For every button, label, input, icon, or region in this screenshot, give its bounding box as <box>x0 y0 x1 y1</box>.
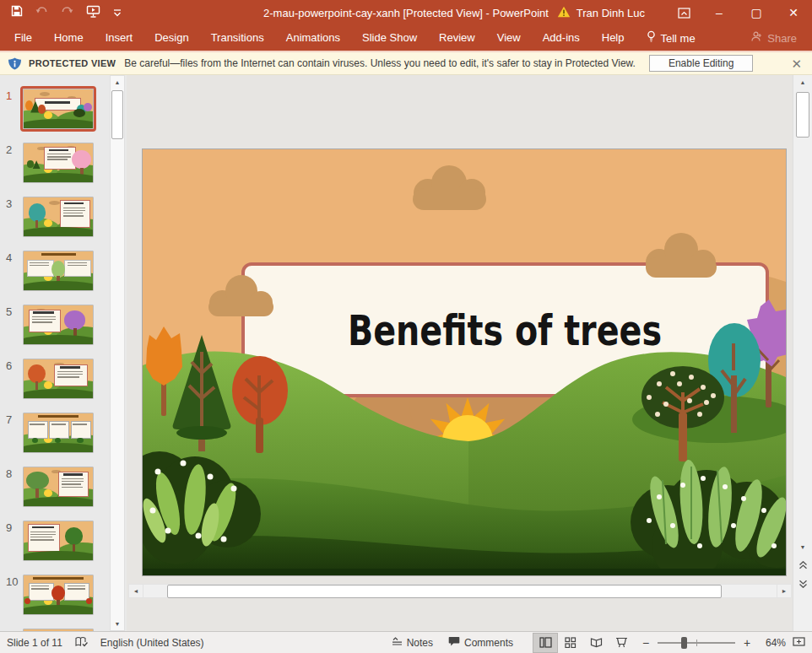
shield-icon <box>8 57 21 70</box>
lightbulb-icon <box>647 30 656 46</box>
view-slide-sorter-button[interactable] <box>558 633 583 653</box>
close-button[interactable]: ✕ <box>775 0 812 25</box>
close-bar-icon[interactable]: ✕ <box>791 57 802 70</box>
slide-thumbnail-image[interactable] <box>23 359 94 399</box>
horizontal-scrollbar[interactable]: ◄ ► <box>128 584 792 598</box>
slide-thumbnail-image[interactable] <box>23 521 94 561</box>
zoom-level[interactable]: 64% <box>759 637 786 649</box>
thumbnail-shape <box>73 544 75 552</box>
slide-canvas[interactable]: Benefits of trees <box>142 148 787 576</box>
tab-view[interactable]: View <box>486 25 532 51</box>
thumbnail-shape <box>23 497 94 507</box>
thumbnail-scrollbar[interactable]: ▲ ▼ <box>110 75 125 631</box>
slide-thumbnail-image[interactable] <box>23 467 94 507</box>
scroll-up-icon[interactable]: ▲ <box>795 76 810 89</box>
previous-slide-button[interactable] <box>795 558 810 573</box>
slide-thumbnail[interactable]: 9 <box>0 521 110 575</box>
slide-thumbnail-image[interactable] <box>23 413 94 453</box>
slide-title[interactable]: Benefits of trees <box>348 306 662 355</box>
slide-thumbnail[interactable]: 4 <box>0 251 110 305</box>
slide-thumbnail[interactable]: 6 <box>0 359 110 413</box>
notes-button[interactable]: Notes <box>384 637 441 649</box>
thumbnail-shape <box>51 424 66 424</box>
slide-number: 11 <box>0 629 23 631</box>
tab-file[interactable]: File <box>0 25 43 51</box>
slide-thumbnail[interactable]: 1 <box>0 89 110 143</box>
tab-home[interactable]: Home <box>43 25 95 51</box>
view-reading-button[interactable] <box>583 633 609 653</box>
vertical-scrollbar[interactable]: ▲ ▼ <box>793 75 812 631</box>
ribbon-display-options-icon[interactable] <box>667 0 701 25</box>
undo-icon[interactable] <box>35 5 48 20</box>
powerpoint-window: 2-mau-powerpoint-cay-xanh [Protected Vie… <box>0 0 812 653</box>
slide-thumbnail-image[interactable] <box>23 629 94 631</box>
status-right: Notes Comments − <box>384 633 812 653</box>
start-slideshow-icon[interactable] <box>86 5 100 21</box>
thumbnail-shape <box>63 473 83 475</box>
slide-thumbnail-image[interactable] <box>23 89 94 129</box>
tab-slide-show[interactable]: Slide Show <box>351 25 428 51</box>
tab-design[interactable]: Design <box>143 25 199 51</box>
slide-thumbnail[interactable]: 11 <box>0 629 110 631</box>
scroll-down-icon[interactable]: ▼ <box>111 618 124 630</box>
scroll-right-icon[interactable]: ► <box>777 585 791 597</box>
minimize-button[interactable]: – <box>701 0 738 25</box>
tab-help[interactable]: Help <box>591 25 636 51</box>
customize-qat-icon[interactable] <box>113 5 122 20</box>
slide-thumbnail[interactable]: 2 <box>0 143 110 197</box>
slide-thumbnail-image[interactable] <box>23 575 94 615</box>
tell-me-button[interactable]: Tell me <box>636 30 706 46</box>
status-left: Slide 1 of 11 English (United States) <box>0 636 204 650</box>
tab-insert[interactable]: Insert <box>95 25 144 51</box>
thumbnail-shape <box>73 424 87 424</box>
slide-number: 6 <box>0 359 23 372</box>
view-normal-button[interactable] <box>533 633 558 653</box>
spell-check-icon[interactable] <box>75 636 88 650</box>
scroll-down-icon[interactable]: ▼ <box>795 541 810 554</box>
main-area: 1234567891011 ▲ ▼ <box>0 75 812 631</box>
view-slideshow-button[interactable] <box>609 633 634 653</box>
redo-icon[interactable] <box>61 5 73 20</box>
scroll-left-icon[interactable]: ◄ <box>129 585 143 597</box>
zoom-out-button[interactable]: − <box>641 636 651 650</box>
scrollbar-thumb[interactable] <box>796 92 809 138</box>
comments-button[interactable]: Comments <box>441 636 521 649</box>
slide-thumbnail-image[interactable] <box>23 305 94 345</box>
person-icon <box>751 31 762 45</box>
account-button[interactable]: Tran Dinh Luc <box>557 6 645 20</box>
scrollbar-thumb[interactable] <box>167 585 722 598</box>
zoom-in-button[interactable]: + <box>742 636 752 650</box>
tab-review[interactable]: Review <box>428 25 486 51</box>
thumbnail-list: 1234567891011 <box>0 75 110 631</box>
scroll-up-icon[interactable]: ▲ <box>111 76 124 89</box>
tab-transitions[interactable]: Transitions <box>200 25 275 51</box>
slide-indicator[interactable]: Slide 1 of 11 <box>7 637 62 649</box>
fit-slide-icon[interactable] <box>793 636 805 650</box>
maximize-button[interactable]: ▢ <box>738 0 775 25</box>
thumbnail-shape <box>65 527 83 544</box>
share-button[interactable]: Share <box>751 31 812 45</box>
zoom-slider[interactable] <box>658 642 735 644</box>
language-indicator[interactable]: English (United States) <box>100 637 204 649</box>
slide-thumbnail[interactable]: 8 <box>0 467 110 521</box>
slide-thumbnail-image[interactable] <box>23 251 94 291</box>
slide-thumbnail[interactable]: 5 <box>0 305 110 359</box>
slide-thumbnail[interactable]: 3 <box>0 197 110 251</box>
thumbnail-shape <box>32 526 54 528</box>
save-icon[interactable] <box>11 5 23 20</box>
scrollbar-thumb[interactable] <box>111 90 123 139</box>
protected-view-bar: PROTECTED VIEW Be careful—files from the… <box>0 52 812 75</box>
enable-editing-button[interactable]: Enable Editing <box>649 55 753 72</box>
slide-thumbnail[interactable]: 7 <box>0 413 110 467</box>
thumbnail-shape <box>64 310 85 329</box>
thumbnail-shape <box>23 605 94 615</box>
tab-add-ins[interactable]: Add-ins <box>532 25 591 51</box>
tab-animations[interactable]: Animations <box>275 25 351 51</box>
slide-thumbnail-image[interactable] <box>23 197 94 237</box>
thumbnail-shape <box>41 253 76 256</box>
next-slide-button[interactable] <box>795 576 810 591</box>
zoom-slider-thumb[interactable] <box>681 637 687 649</box>
slide-thumbnail-image[interactable] <box>23 143 94 183</box>
slide-thumbnail[interactable]: 10 <box>0 575 110 629</box>
thumbnail-shape <box>68 588 85 589</box>
